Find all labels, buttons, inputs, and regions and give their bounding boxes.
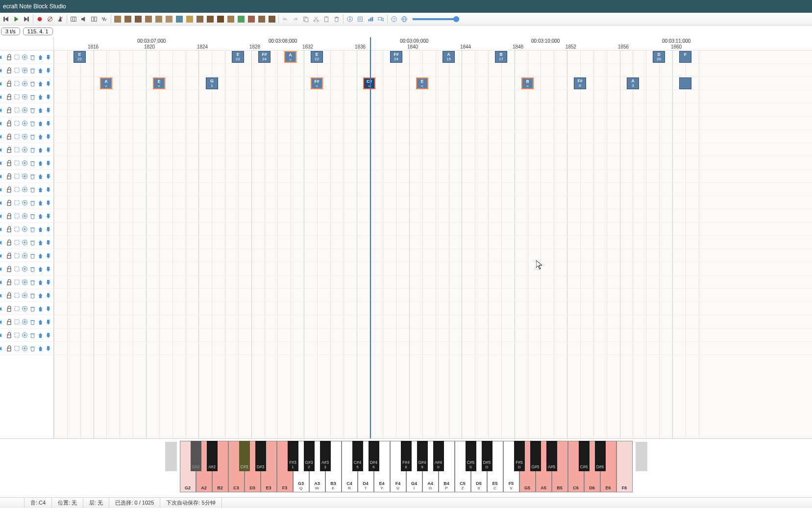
down-icon[interactable] — [45, 106, 51, 113]
add-icon[interactable] — [22, 318, 28, 325]
add-icon[interactable] — [22, 53, 28, 60]
paste-icon[interactable] — [321, 14, 331, 24]
down-icon[interactable] — [45, 146, 51, 153]
speaker-icon[interactable] — [0, 93, 4, 100]
up-icon[interactable] — [37, 106, 44, 113]
delete-icon[interactable] — [29, 106, 36, 113]
select-all-icon[interactable] — [14, 67, 20, 74]
black-key-D#6[interactable]: D#6 — [595, 441, 606, 471]
skip-start-icon[interactable] — [1, 14, 11, 24]
note-block[interactable]: A3 — [627, 77, 639, 89]
note-block[interactable]: E< — [153, 77, 165, 89]
add-icon[interactable] — [22, 265, 28, 272]
delete-icon[interactable] — [29, 159, 36, 166]
down-icon[interactable] — [45, 199, 51, 206]
black-key-G#4[interactable]: G#49 — [417, 441, 428, 471]
delete-icon[interactable] — [29, 53, 36, 60]
down-icon[interactable] — [45, 133, 51, 140]
down-icon[interactable] — [45, 265, 51, 272]
lock-icon[interactable] — [6, 279, 12, 285]
up-icon[interactable] — [37, 292, 44, 299]
speaker-icon[interactable] — [0, 305, 4, 312]
speaker-icon[interactable] — [0, 199, 4, 206]
tempo-box[interactable]: 3 t/s — [1, 27, 20, 35]
black-key-D#4[interactable]: D#46 — [369, 441, 379, 471]
speaker-icon[interactable] — [0, 279, 4, 285]
add-icon[interactable] — [22, 252, 28, 259]
add-icon[interactable] — [22, 331, 28, 338]
select-all-icon[interactable] — [14, 318, 20, 325]
white-key-F6[interactable]: F6 — [616, 441, 633, 492]
track-row[interactable] — [54, 329, 812, 342]
down-icon[interactable] — [45, 173, 51, 179]
lock-icon[interactable] — [6, 93, 12, 100]
redo-icon[interactable] — [291, 14, 300, 24]
note-block[interactable]: F — [679, 51, 691, 63]
delete-icon[interactable] — [29, 279, 36, 285]
delete-icon[interactable] — [29, 252, 36, 259]
select-all-icon[interactable] — [14, 80, 20, 87]
track-row[interactable] — [54, 143, 812, 156]
delete-icon[interactable] — [29, 93, 36, 100]
down-icon[interactable] — [45, 305, 51, 312]
play-icon[interactable] — [11, 14, 21, 24]
up-icon[interactable] — [37, 80, 44, 87]
down-icon[interactable] — [45, 212, 51, 219]
trash-icon[interactable] — [332, 14, 342, 24]
lock-icon[interactable] — [6, 80, 12, 87]
add-icon[interactable] — [22, 106, 28, 113]
inst-7-icon[interactable] — [174, 14, 184, 24]
inst-14-icon[interactable] — [246, 14, 256, 24]
note-block[interactable]: E22 — [232, 51, 244, 63]
black-key-C#3[interactable]: C#3 — [239, 441, 250, 471]
inst-1-icon[interactable] — [113, 14, 123, 24]
add-icon[interactable] — [22, 133, 28, 140]
help-icon[interactable]: ? — [389, 14, 399, 24]
up-icon[interactable] — [37, 53, 44, 60]
select-all-icon[interactable] — [14, 305, 20, 312]
delete-icon[interactable] — [29, 331, 36, 338]
speaker-icon[interactable] — [0, 53, 4, 60]
copy-icon[interactable] — [301, 14, 311, 24]
add-icon[interactable] — [22, 212, 28, 219]
down-icon[interactable] — [45, 252, 51, 259]
note-block[interactable]: B17 — [495, 51, 507, 63]
track-row[interactable] — [54, 249, 812, 262]
lock-icon[interactable] — [6, 292, 12, 299]
inst-16-icon[interactable] — [267, 14, 277, 24]
lock-icon[interactable] — [6, 199, 12, 206]
delete-icon[interactable] — [29, 173, 36, 179]
note-block[interactable]: E22 — [311, 51, 323, 63]
up-icon[interactable] — [37, 120, 44, 127]
track-row[interactable] — [54, 90, 812, 103]
delete-icon[interactable] — [29, 67, 36, 74]
lock-icon[interactable] — [6, 212, 12, 219]
lock-icon[interactable] — [6, 53, 12, 60]
note-block[interactable]: G1 — [206, 77, 218, 89]
record-icon[interactable] — [35, 14, 45, 24]
loop-off-icon[interactable] — [45, 14, 55, 24]
inst-4-icon[interactable] — [144, 14, 153, 24]
inst-10-icon[interactable] — [205, 14, 215, 24]
note-block[interactable]: F#24 — [390, 51, 402, 63]
select-all-icon[interactable] — [14, 186, 20, 193]
add-icon[interactable] — [22, 173, 28, 179]
up-icon[interactable] — [37, 226, 44, 232]
speaker-icon[interactable] — [0, 212, 4, 219]
speaker-icon[interactable] — [0, 120, 4, 127]
tracks-container[interactable]: E22E22F#24A>E22F#24A15B17D20FA<E<G1F#<C#… — [54, 51, 812, 355]
up-icon[interactable] — [37, 186, 44, 193]
select-all-icon[interactable] — [14, 106, 20, 113]
piano-keyboard[interactable]: G2A2B2C3D3E3F3G3QA3WB3EC4RD4TE4YF4UG4IA4… — [165, 441, 647, 492]
select-all-icon[interactable] — [14, 226, 20, 232]
note-block[interactable]: D20 — [653, 51, 665, 63]
note-block[interactable]: A15 — [443, 51, 455, 63]
black-key-D#3[interactable]: D#3 — [255, 441, 266, 471]
position-box[interactable]: 115. 4. 1 — [23, 27, 53, 35]
track-row[interactable] — [54, 276, 812, 289]
black-key-C#5[interactable]: C#5S — [466, 441, 476, 471]
stats-icon[interactable] — [366, 14, 375, 24]
down-icon[interactable] — [45, 53, 51, 60]
lock-icon[interactable] — [6, 120, 12, 127]
add-icon[interactable] — [22, 305, 28, 312]
